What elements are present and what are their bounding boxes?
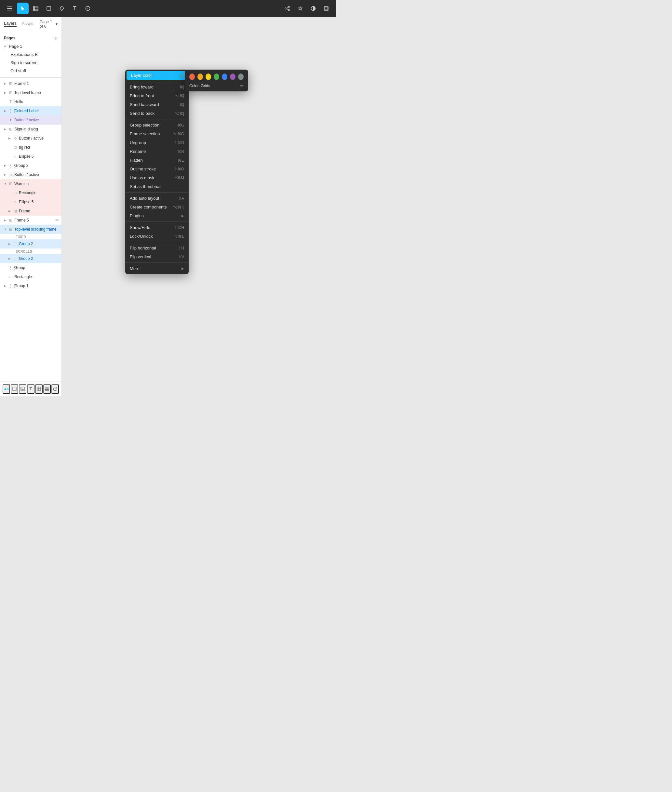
menu-label-send-to-back: Send to back [130,111,171,116]
layer-chevron-button-active2[interactable]: ▶ [8,137,12,140]
sidebar-tabs: Layers Assets Page 1 of 6 ▾ [0,17,61,31]
layer-chevron-frameb[interactable]: ▶ [8,210,12,213]
layer-item-rectangle2[interactable]: □Rectangle [0,272,61,282]
frame-tool-button[interactable] [30,3,42,14]
menu-item-add-auto-layout[interactable]: Add auto layout⇧A [125,194,189,203]
layer-chevron-toplevel[interactable]: ▶ [4,91,7,94]
layer-chevron-group1[interactable]: ▶ [4,284,7,288]
page-item-signin[interactable]: Sign-in screen [0,59,61,67]
layer-chevron-warning[interactable]: ▼ [4,182,7,186]
comment-tool-button[interactable] [82,3,94,14]
page-item-oldstuff[interactable]: Old stuff [0,67,61,75]
menu-item-send-backward[interactable]: Send backward⌘[ [125,100,189,109]
color-edit-button[interactable]: ✏ [240,83,244,88]
layer-item-signin-dialog[interactable]: ▶⊞Sign-in dialog [0,125,61,134]
page-selector[interactable]: Page 1 of 6 ▾ [40,19,58,29]
layer-chevron-signin-dialog[interactable]: ▶ [4,128,7,131]
pen-tool-button[interactable] [56,3,68,14]
menu-item-flatten[interactable]: Flatten⌘E [125,156,189,165]
menu-item-create-components[interactable]: Create components⌥⌘K [125,203,189,211]
layer-chevron-frame1[interactable]: ▶ [4,82,7,85]
page-item-page1[interactable]: ✓ Page 1 [0,42,61,50]
menu-item-send-to-back[interactable]: Send to back⌥⌘[ [125,109,189,118]
layer-item-warning[interactable]: ▼⊞Warning [0,179,61,188]
star-button[interactable] [294,3,306,14]
layer-item-rectangle[interactable]: □Rectangle [0,188,61,197]
menu-item-bring-to-front[interactable]: Bring to front⌥⌘] [125,91,189,100]
filter-text-button[interactable]: T [27,384,35,394]
color-dot-orange[interactable] [197,74,203,80]
add-page-button[interactable]: + [54,35,58,41]
layer-item-frame1[interactable]: ▶⊞Frame 1 [0,79,61,88]
menu-item-layer-color[interactable]: Layer color▶ [126,71,187,80]
menu-item-lock-unlock[interactable]: Lock/Unlock⇧⌘L [125,232,189,241]
share-button[interactable] [282,3,293,14]
layer-item-toplevel[interactable]: ▶⊞Top-level frame [0,88,61,97]
pages-header: Pages + [0,34,61,42]
cursor-tool-button[interactable] [17,3,29,14]
layer-item-toplevel-scroll[interactable]: ▼⊞Top-level scrolling frame [0,225,61,234]
filter-frames-button[interactable] [11,384,18,394]
canvas[interactable]: Layer color▶Bring foward⌘]Bring to front… [62,17,336,396]
tab-layers[interactable]: Layers [4,21,17,27]
layer-item-group1[interactable]: ▶⋮⋮Group 1 [0,282,61,290]
layer-item-button-active2[interactable]: ▶◇Button / active [0,134,61,143]
menu-item-bring-forward[interactable]: Bring foward⌘] [125,83,189,91]
layer-eye-frame5[interactable]: 👁 [55,218,59,222]
shape-tool-button[interactable] [43,3,54,14]
text-tool-button[interactable]: T [69,3,81,14]
color-dot-blue[interactable] [222,74,227,80]
menu-item-more[interactable]: More▶ [125,264,189,273]
filter-grids-button[interactable] [43,384,51,394]
color-dot-gray[interactable] [238,74,244,80]
layer-icon-ellipse5: ○ [13,154,18,159]
filter-images-button[interactable] [19,384,26,394]
menu-item-set-thumbnail[interactable]: Set as thumbnail [125,182,189,191]
layer-item-colored-label[interactable]: ▶⋮⋮Colored Label [0,106,61,115]
layer-chevron-button-active3[interactable]: ▶ [4,173,7,176]
layer-chevron-toplevel-scroll[interactable]: ▼ [4,228,7,231]
menu-item-rename[interactable]: Rename⌘R [125,147,189,156]
layer-item-group2b[interactable]: ▶⋮⋮Group 2 [0,239,61,248]
tab-assets[interactable]: Assets [22,21,35,27]
filter-auto-layout-button[interactable] [51,384,59,394]
filter-components-button[interactable] [35,384,43,394]
color-dot-red[interactable] [189,74,195,80]
filter-all-button[interactable]: All [3,384,10,394]
layer-item-ellipse5[interactable]: ○Ellipse 5 [0,152,61,161]
svg-rect-8 [47,6,51,10]
menu-item-flip-vertical[interactable]: Flip vertical⇧V [125,253,189,261]
layer-item-frameb[interactable]: ▶⊞Frame [0,206,61,216]
menu-item-show-hide[interactable]: Show/Hide⇧⌘H [125,223,189,232]
layer-item-bg-red[interactable]: □bg red [0,143,61,152]
menu-item-frame-selection[interactable]: Frame selection⌥⌘G [125,130,189,138]
layer-item-group2c[interactable]: ▶⋮⋮Group 2 [0,254,61,263]
layer-chevron-group2a[interactable]: ▶ [4,164,7,167]
contrast-button[interactable] [307,3,319,14]
layer-chevron-colored-label[interactable]: ▶ [4,109,7,112]
menu-item-outline-stroke[interactable]: Outline stroke⇧⌘O [125,165,189,173]
layer-item-ellipse5b[interactable]: ○Ellipse 5 [0,197,61,206]
menu-button[interactable] [4,3,16,14]
layer-item-button-active1[interactable]: ✦Button / active [0,115,61,125]
color-dot-purple[interactable] [230,74,235,80]
layer-chevron-group2b[interactable]: ▶ [8,242,12,246]
layer-name-button-active3: Button / active [14,173,59,177]
layer-item-group2a[interactable]: ▶⋮⋮Group 2 [0,161,61,170]
layer-item-frame5[interactable]: ▶⊞Frame 5👁 [0,216,61,225]
menu-item-flip-horizontal[interactable]: Flip horizontal⇧H [125,243,189,253]
menu-item-ungroup[interactable]: Ungroup⇧⌘G [125,138,189,147]
menu-item-use-as-mask[interactable]: Use as mask^⌘M [125,173,189,182]
layer-chevron-group2c[interactable]: ▶ [8,257,12,260]
page-item-explorations[interactable]: Explorations B [0,50,61,59]
menu-item-group-selection[interactable]: Group selection⌘G [125,121,189,130]
color-dot-green[interactable] [214,74,219,80]
menu-item-plugins[interactable]: Plugins▶ [125,211,189,220]
layer-item-group[interactable]: ⋮⋮Group [0,263,61,272]
layer-item-button-active3[interactable]: ▶◇Button / active [0,170,61,179]
color-dot-yellow[interactable] [206,74,211,80]
layers-button[interactable] [320,3,332,14]
layer-chevron-frame5[interactable]: ▶ [4,219,7,222]
menu-shortcut-use-as-mask: ^⌘M [175,176,184,180]
layer-item-hello[interactable]: THello [0,97,61,106]
